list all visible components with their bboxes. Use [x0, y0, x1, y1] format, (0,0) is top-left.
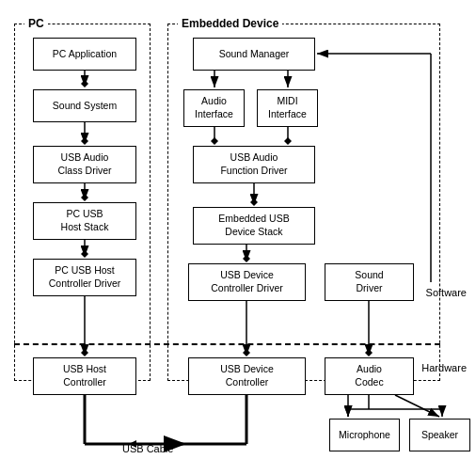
svg-line-35	[395, 395, 439, 417]
microphone-box: Microphone	[329, 419, 400, 451]
usb-device-ctrl-box: USB DeviceController	[188, 357, 306, 395]
architecture-diagram: PC Embedded Device Software Hardware PC …	[9, 9, 467, 466]
usb-cable-label: USB Cable	[122, 443, 173, 454]
midi-interface-box: MIDIInterface	[257, 89, 318, 127]
embedded-region: Embedded Device	[167, 24, 440, 381]
pc-label: PC	[24, 17, 48, 30]
embedded-label: Embedded Device	[178, 17, 282, 30]
audio-codec-box: AudioCodec	[325, 357, 414, 395]
pc-usb-host-ctrl-box: PC USB HostController Driver	[33, 259, 136, 296]
sound-manager-box: Sound Manager	[193, 38, 315, 71]
hardware-label: Hardware	[421, 362, 467, 373]
sound-system-box: Sound System	[33, 89, 136, 122]
usb-audio-fn-box: USB AudioFunction Driver	[193, 146, 315, 183]
sw-hw-divider	[14, 343, 440, 345]
software-label: Software	[426, 287, 467, 298]
usb-device-ctrl-drv-box: USB DeviceController Driver	[188, 263, 306, 301]
audio-interface-box: AudioInterface	[183, 89, 245, 127]
embedded-usb-device-box: Embedded USBDevice Stack	[193, 207, 315, 245]
pc-application-box: PC Application	[33, 38, 136, 71]
pc-usb-host-box: PC USBHost Stack	[33, 202, 136, 240]
usb-audio-class-box: USB AudioClass Driver	[33, 146, 136, 183]
sound-driver-box: SoundDriver	[325, 263, 414, 301]
speaker-box: Speaker	[409, 419, 470, 451]
usb-host-ctrl-box: USB HostController	[33, 357, 136, 395]
